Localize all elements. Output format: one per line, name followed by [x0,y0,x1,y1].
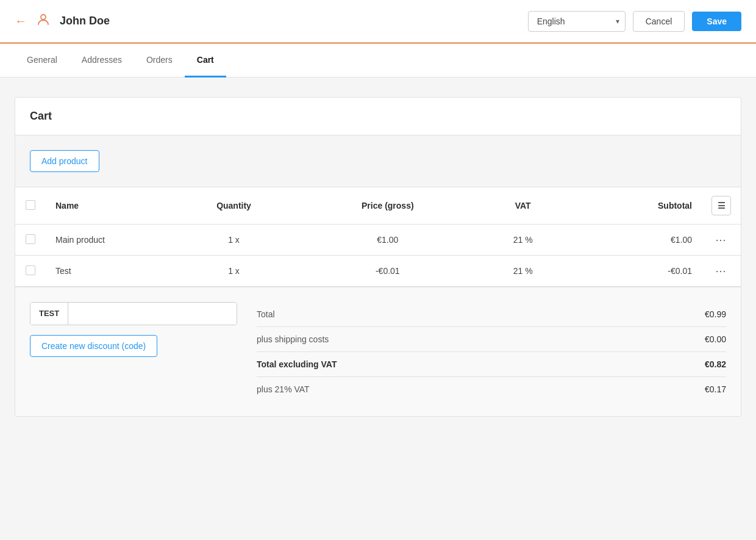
main-content: Cart Add product Name Quantity Price (gr… [0,77,756,436]
tabs: General Addresses Orders Cart [15,44,741,77]
discount-badge: TEST [30,303,68,325]
back-icon[interactable]: ← [15,14,27,28]
table-menu-icon[interactable]: ☰ [711,196,731,215]
cancel-button[interactable]: Cancel [633,11,685,32]
col-header-vat: VAT [476,187,571,225]
table-row: Test 1 x -€0.01 21 % -€0.01 ⋯ [15,256,741,287]
add-product-button[interactable]: Add product [30,150,99,172]
total-row-shipping: plus shipping costs €0.00 [257,327,726,352]
cart-card-header: Cart [15,98,741,135]
tabs-container: General Addresses Orders Cart [0,44,756,77]
save-button[interactable]: Save [692,12,741,31]
user-icon[interactable] [37,13,50,29]
row2-name: Test [46,256,168,287]
shipping-label: plus shipping costs [257,334,329,344]
create-discount-button[interactable]: Create new discount (code) [30,335,157,357]
excl-vat-value: €0.82 [705,359,726,369]
row1-quantity: 1 x [168,225,300,256]
total-row-excl-vat: Total excluding VAT €0.82 [257,352,726,377]
discount-section: TEST Create new discount (code) [30,302,237,401]
tab-orders[interactable]: Orders [134,44,185,77]
table-header-row: Name Quantity Price (gross) VAT Subtotal… [15,187,741,225]
vat-label: plus 21% VAT [257,384,310,394]
svg-point-0 [41,15,46,20]
row1-subtotal: €1.00 [571,225,702,256]
discount-input-wrapper: TEST [30,302,237,325]
total-value: €0.99 [705,309,726,319]
col-header-actions: ☰ [702,187,741,225]
header: ← John Doe English French German Spanish… [0,0,756,44]
cart-title: Cart [30,110,52,122]
row1-checkbox[interactable] [26,234,35,244]
row2-actions-button[interactable]: ⋯ [715,264,727,278]
select-all-checkbox[interactable] [26,200,35,210]
row1-actions-button[interactable]: ⋯ [715,233,727,247]
col-header-subtotal: Subtotal [571,187,702,225]
cart-table: Name Quantity Price (gross) VAT Subtotal… [15,187,741,287]
row1-name: Main product [46,225,168,256]
total-row-vat: plus 21% VAT €0.17 [257,377,726,401]
total-row-total: Total €0.99 [257,302,726,327]
excl-vat-label: Total excluding VAT [257,359,337,369]
cart-card: Cart Add product Name Quantity Price (gr… [15,97,741,417]
tab-general[interactable]: General [15,44,70,77]
cart-table-wrapper: Name Quantity Price (gross) VAT Subtotal… [15,187,741,287]
row1-checkbox-cell [15,225,46,256]
tab-addresses[interactable]: Addresses [70,44,134,77]
row2-quantity: 1 x [168,256,300,287]
table-row: Main product 1 x €1.00 21 % €1.00 ⋯ [15,225,741,256]
page-title: John Doe [60,15,110,27]
row2-checkbox[interactable] [26,265,35,275]
col-header-quantity: Quantity [168,187,300,225]
row2-vat: 21 % [476,256,571,287]
shipping-value: €0.00 [705,334,726,344]
discount-code-input[interactable] [68,303,237,325]
col-header-name: Name [46,187,168,225]
row2-checkbox-cell [15,256,46,287]
col-header-price: Price (gross) [300,187,476,225]
row1-vat: 21 % [476,225,571,256]
col-header-checkbox [15,187,46,225]
cart-footer: TEST Create new discount (code) Total €0… [15,287,741,416]
vat-value: €0.17 [705,384,726,394]
header-left: ← John Doe [15,13,110,29]
row1-actions: ⋯ [702,225,741,256]
total-label: Total [257,309,275,319]
add-product-area: Add product [15,135,741,187]
row1-price: €1.00 [300,225,476,256]
language-select[interactable]: English French German Spanish [528,11,626,32]
row2-subtotal: -€0.01 [571,256,702,287]
totals-section: Total €0.99 plus shipping costs €0.00 To… [257,302,726,401]
tab-cart[interactable]: Cart [185,44,226,77]
row2-actions: ⋯ [702,256,741,287]
header-right: English French German Spanish ▾ Cancel S… [528,11,741,32]
row2-price: -€0.01 [300,256,476,287]
language-selector-wrapper[interactable]: English French German Spanish ▾ [528,11,626,32]
